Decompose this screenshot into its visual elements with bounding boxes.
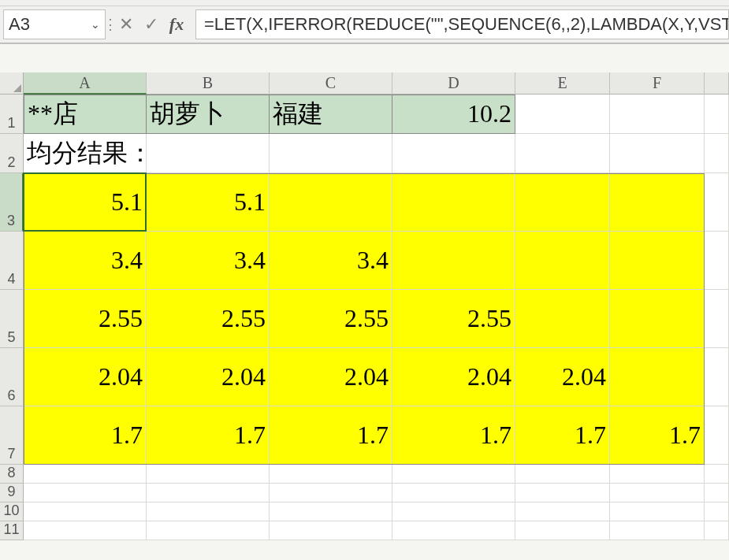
cell-A6[interactable]: 2.04 bbox=[24, 348, 147, 406]
cell-D9[interactable] bbox=[392, 484, 515, 503]
cell-B1[interactable]: 胡萝卜 bbox=[147, 95, 270, 134]
name-box[interactable]: A3 ⌄ bbox=[3, 9, 106, 39]
cell-G9[interactable] bbox=[705, 484, 729, 503]
col-header-E[interactable]: E bbox=[515, 72, 610, 95]
cell-F7[interactable]: 1.7 bbox=[610, 406, 705, 465]
cell-D10[interactable] bbox=[392, 503, 515, 521]
cell-D8[interactable] bbox=[392, 465, 515, 484]
cell-E4[interactable] bbox=[515, 232, 610, 290]
cell-D2[interactable] bbox=[392, 134, 515, 173]
formula-input[interactable]: =LET(X,IFERROR(REDUCE("",SEQUENCE(6,,2),… bbox=[195, 9, 729, 39]
cell-E2[interactable] bbox=[515, 134, 610, 173]
cell-F1[interactable] bbox=[610, 95, 705, 134]
row-header-5[interactable]: 5 bbox=[0, 290, 24, 348]
col-header-A[interactable]: A bbox=[24, 72, 147, 95]
cell-G7[interactable] bbox=[705, 406, 729, 465]
cell-G8[interactable] bbox=[705, 465, 729, 484]
cell-G5[interactable] bbox=[705, 290, 729, 348]
row-header-8[interactable]: 8 bbox=[0, 465, 24, 484]
cell-A10[interactable] bbox=[24, 503, 147, 521]
row-header-7[interactable]: 7 bbox=[0, 406, 24, 465]
select-all-corner[interactable] bbox=[0, 72, 24, 95]
cell-G4[interactable] bbox=[705, 232, 729, 290]
cell-F3[interactable] bbox=[610, 173, 705, 232]
row-header-6[interactable]: 6 bbox=[0, 348, 24, 406]
cell-E9[interactable] bbox=[515, 484, 610, 503]
cell-C6[interactable]: 2.04 bbox=[270, 348, 392, 406]
cell-A2[interactable]: 均分结果： bbox=[24, 134, 147, 173]
col-header-G[interactable] bbox=[705, 72, 729, 95]
row-header-11[interactable]: 11 bbox=[0, 521, 24, 540]
cell-E1[interactable] bbox=[515, 95, 610, 134]
cell-A4[interactable]: 3.4 bbox=[24, 232, 147, 290]
cell-A3[interactable]: 5.1 bbox=[24, 173, 147, 232]
cell-B7[interactable]: 1.7 bbox=[147, 406, 270, 465]
row-header-4[interactable]: 4 bbox=[0, 232, 24, 290]
row-header-10[interactable]: 10 bbox=[0, 503, 24, 521]
cell-C11[interactable] bbox=[270, 521, 392, 540]
cancel-icon[interactable]: ✕ bbox=[113, 9, 139, 39]
cell-B8[interactable] bbox=[147, 465, 270, 484]
cell-G6[interactable] bbox=[705, 348, 729, 406]
fx-icon[interactable]: fx bbox=[164, 9, 189, 39]
cell-F4[interactable] bbox=[610, 232, 705, 290]
cell-B10[interactable] bbox=[147, 503, 270, 521]
cell-B2[interactable] bbox=[147, 134, 270, 173]
cell-E10[interactable] bbox=[515, 503, 610, 521]
cell-B11[interactable] bbox=[147, 521, 270, 540]
col-header-F[interactable]: F bbox=[610, 72, 705, 95]
cell-B3[interactable]: 5.1 bbox=[147, 173, 270, 232]
cell-A5[interactable]: 2.55 bbox=[24, 290, 147, 348]
cell-C9[interactable] bbox=[270, 484, 392, 503]
cell-F5[interactable] bbox=[610, 290, 705, 348]
row-header-9[interactable]: 9 bbox=[0, 484, 24, 503]
cell-F6[interactable] bbox=[610, 348, 705, 406]
row-header-1[interactable]: 1 bbox=[0, 95, 24, 134]
cell-F11[interactable] bbox=[610, 521, 705, 540]
cell-G11[interactable] bbox=[705, 521, 729, 540]
cell-G10[interactable] bbox=[705, 503, 729, 521]
col-header-D[interactable]: D bbox=[392, 72, 515, 95]
cell-E3[interactable] bbox=[515, 173, 610, 232]
cell-B6[interactable]: 2.04 bbox=[147, 348, 270, 406]
cell-B4[interactable]: 3.4 bbox=[147, 232, 270, 290]
spreadsheet-grid[interactable]: A B C D E F 1 2 3 4 5 6 7 8 9 10 11 bbox=[0, 72, 729, 540]
cell-C2[interactable] bbox=[270, 134, 392, 173]
cell-F8[interactable] bbox=[610, 465, 705, 484]
cell-E6[interactable]: 2.04 bbox=[515, 348, 610, 406]
cell-D7[interactable]: 1.7 bbox=[392, 406, 515, 465]
cell-E5[interactable] bbox=[515, 290, 610, 348]
cell-F9[interactable] bbox=[610, 484, 705, 503]
cell-A8[interactable] bbox=[24, 465, 147, 484]
cell-D3[interactable] bbox=[392, 173, 515, 232]
cell-C1[interactable]: 福建 bbox=[270, 95, 392, 134]
col-header-B[interactable]: B bbox=[147, 72, 270, 95]
cell-C10[interactable] bbox=[270, 503, 392, 521]
cell-E8[interactable] bbox=[515, 465, 610, 484]
cell-G3[interactable] bbox=[705, 173, 729, 232]
cell-B5[interactable]: 2.55 bbox=[147, 290, 270, 348]
cell-G2[interactable] bbox=[705, 134, 729, 173]
cell-A9[interactable] bbox=[24, 484, 147, 503]
cell-G1[interactable] bbox=[705, 95, 729, 134]
cell-A11[interactable] bbox=[24, 521, 147, 540]
row-header-3[interactable]: 3 bbox=[0, 173, 24, 232]
cell-D6[interactable]: 2.04 bbox=[392, 348, 515, 406]
cell-D5[interactable]: 2.55 bbox=[392, 290, 515, 348]
row-header-2[interactable]: 2 bbox=[0, 134, 24, 173]
cell-D1[interactable]: 10.2 bbox=[392, 95, 515, 134]
cell-E7[interactable]: 1.7 bbox=[515, 406, 610, 465]
col-header-C[interactable]: C bbox=[270, 72, 392, 95]
cell-C3[interactable] bbox=[270, 173, 392, 232]
cell-C4[interactable]: 3.4 bbox=[270, 232, 392, 290]
cell-F2[interactable] bbox=[610, 134, 705, 173]
cell-E11[interactable] bbox=[515, 521, 610, 540]
cell-F10[interactable] bbox=[610, 503, 705, 521]
cell-B9[interactable] bbox=[147, 484, 270, 503]
cell-C5[interactable]: 2.55 bbox=[270, 290, 392, 348]
chevron-down-icon[interactable]: ⌄ bbox=[91, 18, 100, 31]
cell-D11[interactable] bbox=[392, 521, 515, 540]
cell-C8[interactable] bbox=[270, 465, 392, 484]
cell-A7[interactable]: 1.7 bbox=[24, 406, 147, 465]
cell-C7[interactable]: 1.7 bbox=[270, 406, 392, 465]
